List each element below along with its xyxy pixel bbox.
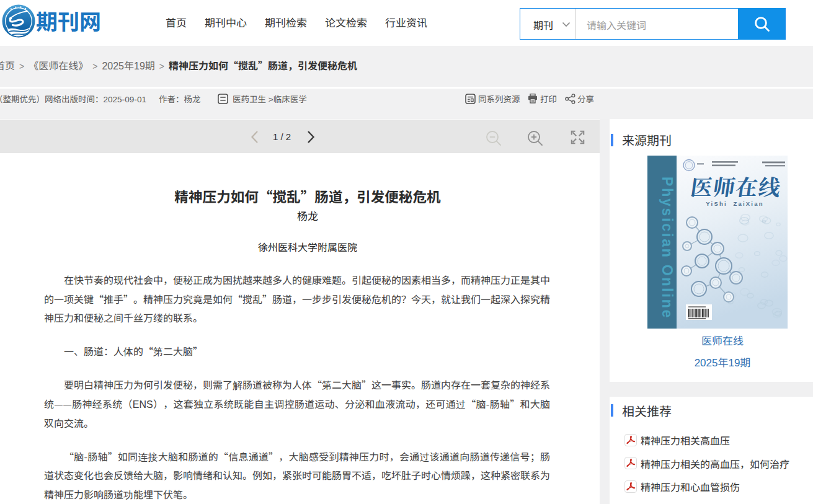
svg-text:医师在线: 医师在线 (689, 170, 784, 201)
svg-text:YiShi ZaiXian: YiShi ZaiXian (706, 200, 763, 207)
svg-text:Physician Online: Physician Online (659, 177, 675, 319)
